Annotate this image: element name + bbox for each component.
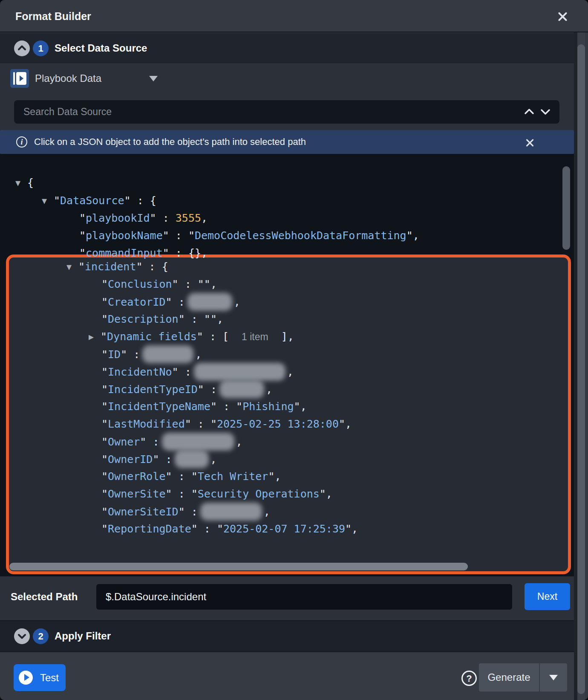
format-builder-dialog: Format Builder 1 Select Data Source Play…: [0, 0, 588, 700]
close-icon[interactable]: [557, 11, 568, 22]
json-line[interactable]: "playbookName" : "DemoCodelessWebhookDat…: [0, 227, 574, 244]
chevron-down-icon[interactable]: [149, 76, 158, 81]
help-icon[interactable]: ?: [461, 671, 477, 686]
selected-path-input[interactable]: [96, 584, 512, 610]
json-tree: ▼{▼"DataSource" : {"playbookId" : 3555,"…: [0, 154, 574, 576]
expand-section2-button[interactable]: [14, 628, 30, 644]
json-line[interactable]: "OwnerSiteID" :,: [0, 503, 574, 520]
banner-close-icon[interactable]: [525, 138, 535, 148]
json-line[interactable]: "LastModified" : "2025-02-25 13:28:00",: [0, 415, 574, 433]
json-horizontal-scrollbar[interactable]: [9, 563, 468, 570]
redacted-value: [194, 363, 285, 381]
scroll-gutter: [574, 32, 577, 700]
data-source-dropdown[interactable]: Playbook Data: [35, 69, 101, 88]
json-line[interactable]: ▼"DataSource" : {: [0, 192, 574, 209]
generate-button[interactable]: Generate: [479, 663, 539, 691]
section-apply-filter: 2 Apply Filter: [0, 620, 574, 652]
redacted-value: [175, 450, 209, 468]
json-line[interactable]: "OwnerRole" : "Tech Writer",: [0, 468, 574, 485]
collapse-section1-button[interactable]: [14, 40, 30, 56]
json-line[interactable]: ▼{: [0, 174, 574, 191]
redacted-value: [219, 380, 264, 398]
chevron-down-icon[interactable]: [539, 106, 551, 119]
chevron-up-icon[interactable]: [523, 106, 535, 119]
titlebar: Format Builder: [0, 0, 588, 32]
step1-badge: 1: [33, 40, 49, 56]
section-select-data-source: 1 Select Data Source: [0, 33, 574, 63]
json-line[interactable]: "OwnerID" :,: [0, 450, 574, 468]
step2-badge: 2: [33, 628, 49, 644]
json-line[interactable]: "Description" : "",: [0, 310, 574, 328]
info-banner: i Click on a JSON object to add the obje…: [0, 130, 574, 154]
next-button[interactable]: Next: [525, 583, 570, 610]
footer: Test ? Generate: [0, 653, 574, 700]
dialog-title: Format Builder: [15, 0, 91, 32]
json-line[interactable]: "OwnerSite" : "Security Operations",: [0, 485, 574, 503]
json-line[interactable]: "playbookId" : 3555,: [0, 209, 574, 227]
json-line[interactable]: "IncidentTypeName" : "Phishing",: [0, 398, 574, 415]
search-input[interactable]: [14, 100, 559, 124]
test-button[interactable]: Test: [14, 664, 66, 691]
chevron-down-icon: [549, 675, 558, 680]
json-line[interactable]: "ID" :,: [0, 345, 574, 363]
info-banner-text: Click on a JSON object to add the object…: [34, 130, 306, 154]
json-line[interactable]: "ReportingDate" : "2025-02-07 17:25:39",: [0, 520, 574, 538]
section2-title: Apply Filter: [55, 630, 111, 642]
json-line[interactable]: "Conclusion" : "",: [0, 275, 574, 293]
dialog-scrollbar-thumb[interactable]: [577, 44, 585, 694]
json-line[interactable]: ▶"Dynamic fields" : [1 item],: [0, 328, 574, 345]
selected-path-label: Selected Path: [11, 584, 78, 610]
json-line[interactable]: "Owner" :,: [0, 433, 574, 450]
redacted-value: [187, 293, 232, 311]
json-vertical-scrollbar[interactable]: [562, 166, 570, 250]
redacted-value: [142, 345, 193, 363]
test-button-label: Test: [40, 672, 59, 683]
json-line[interactable]: "IncidentNo" :,: [0, 363, 574, 380]
redacted-value: [162, 433, 234, 451]
playbook-icon: [10, 69, 29, 88]
json-line[interactable]: "CreatorID" :,: [0, 293, 574, 310]
generate-dropdown-button[interactable]: [540, 663, 567, 691]
dialog-edge: [585, 32, 588, 700]
json-line[interactable]: "IncidentTypeID" :,: [0, 380, 574, 398]
json-line[interactable]: ▼"incident" : {: [0, 258, 574, 275]
redacted-value: [200, 503, 262, 521]
play-icon: [19, 671, 33, 685]
info-icon: i: [16, 136, 27, 148]
section1-title: Select Data Source: [55, 42, 147, 54]
